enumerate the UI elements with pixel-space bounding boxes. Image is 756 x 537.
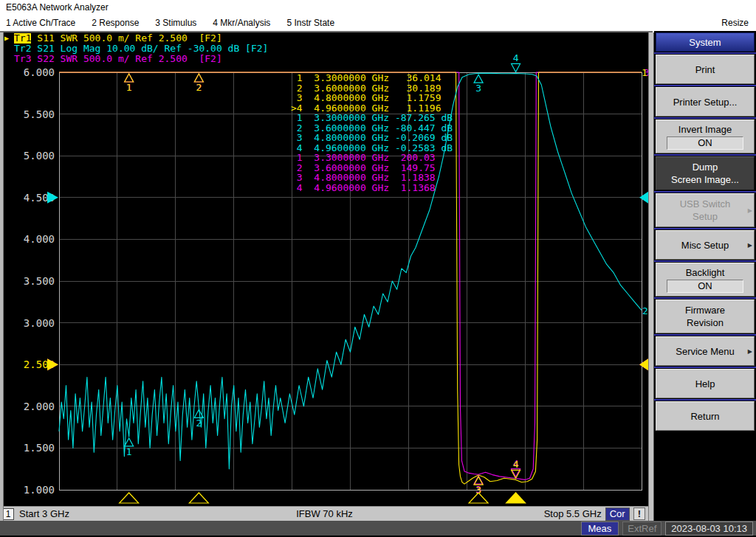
screen-bezel-left bbox=[0, 32, 4, 521]
stimulus-marker bbox=[469, 493, 488, 503]
y-axis-tick-label: 6.000 bbox=[24, 66, 55, 78]
marker-number: 4 bbox=[513, 459, 519, 470]
channel-number-badge: 1 bbox=[2, 508, 14, 520]
trace-legend: ▶Tr1 S11 SWR 500.0 m/ Ref 2.500 [F2]Tr2 … bbox=[4, 33, 268, 64]
y-axis-tick-label: 5.000 bbox=[24, 150, 55, 162]
channel-status-bar: 1 Start 3 GHz IFBW 70 kHz Stop 5.5 GHz C… bbox=[0, 506, 649, 521]
softkey-print[interactable]: Print bbox=[656, 55, 755, 84]
y-axis-tick-label: 4.500 bbox=[24, 192, 55, 204]
softkey-usb-switch-setup: USB SwitchSetup▶ bbox=[656, 193, 755, 227]
trace-legend-row-tr1[interactable]: ▶Tr1 S11 SWR 500.0 m/ Ref 2.500 [F2] bbox=[4, 33, 268, 44]
marker-readout-tr2-m3: 3 4.8000000 GHz -0.2069 dB bbox=[291, 133, 453, 143]
y-axis-tick-label: 4.000 bbox=[24, 233, 55, 245]
marker-readout-tr1-m4: >4 4.9600000 GHz 1.1196 bbox=[291, 103, 453, 114]
screen-bezel-top bbox=[0, 31, 653, 32]
marker-readout-tr3-m3: 3 4.8000000 GHz 1.1838 bbox=[291, 173, 453, 183]
marker-number: 3 bbox=[475, 485, 481, 496]
softkey-label: Revision bbox=[687, 316, 724, 329]
softkey-backlight[interactable]: BacklightON bbox=[656, 263, 755, 297]
marker-glyph bbox=[474, 476, 483, 484]
marker-glyph bbox=[194, 74, 203, 82]
trace-format-text: S22 SWR 500.0 m/ Ref 2.500 [F2] bbox=[31, 54, 221, 64]
trace-format-text: S21 Log Mag 10.00 dB/ Ref -30.00 dB [F2] bbox=[31, 44, 268, 54]
resize-button[interactable]: Resize bbox=[721, 18, 749, 28]
marker-number: 2 bbox=[196, 82, 202, 93]
measurement-status-badge: Meas bbox=[581, 522, 619, 536]
marker-glyph bbox=[474, 75, 483, 83]
marker-glyph bbox=[474, 477, 483, 485]
menu-item-2-response[interactable]: 2 Response bbox=[92, 18, 139, 28]
softkey-label: Firmware bbox=[685, 304, 725, 316]
marker-number: 1 bbox=[126, 82, 132, 93]
instrument-status-bar: Meas ExtRef 2023-08-03 10:13 bbox=[0, 521, 756, 537]
ref-level-triangle-right bbox=[639, 358, 648, 370]
marker-readout-tr1-m3: 3 4.8000000 GHz 1.1759 bbox=[291, 93, 453, 103]
trace-id: Tr3 bbox=[14, 54, 31, 64]
softkey-firmware-revision[interactable]: FirmwareRevision bbox=[656, 299, 755, 333]
softkey-label: Service Menu bbox=[676, 345, 734, 358]
softkey-state-value: ON bbox=[667, 280, 743, 293]
active-trace-arrow-icon: ▶ bbox=[4, 33, 14, 44]
marker-number: 4 bbox=[513, 52, 519, 63]
marker-readout-tr1-m2: 2 3.6000000 GHz 30.189 bbox=[291, 83, 453, 94]
marker-glyph-active bbox=[512, 63, 520, 72]
softkey-menu: SystemPrintPrinter Setup...Invert ImageO… bbox=[654, 31, 756, 521]
marker-number: 3 bbox=[475, 83, 481, 94]
menu-item-3-stimulus[interactable]: 3 Stimulus bbox=[155, 18, 196, 28]
submenu-arrow-icon: ▶ bbox=[748, 239, 752, 252]
channel-bar-right-group: Stop 5.5 GHz Cor ! bbox=[544, 507, 645, 521]
ifbw-label[interactable]: IFBW 70 kHz bbox=[296, 508, 353, 519]
marker-number: 2 bbox=[196, 418, 202, 429]
ref-level-triangle-left bbox=[47, 358, 58, 370]
stop-frequency-label[interactable]: Stop 5.5 GHz bbox=[544, 508, 602, 519]
y-axis-tick-label: 1.500 bbox=[24, 442, 55, 454]
menu-item-5-instr-state[interactable]: 5 Instr State bbox=[286, 18, 334, 28]
marker-readout-tr3-m4: 4 4.9600000 GHz 1.1368 bbox=[291, 183, 453, 193]
softkey-service-menu[interactable]: Service Menu▶ bbox=[656, 336, 755, 366]
softkey-return[interactable]: Return bbox=[656, 401, 755, 431]
softkey-label: Setup bbox=[693, 210, 718, 223]
marker-readout-tr2-m2: 2 3.6000000 GHz -80.447 dB bbox=[291, 123, 453, 134]
trace-format-text: S11 SWR 500.0 m/ Ref 2.500 [F2] bbox=[31, 33, 221, 44]
softkey-invert-image[interactable]: Invert ImageON bbox=[656, 119, 755, 153]
softkey-printer-setup[interactable]: Printer Setup... bbox=[656, 87, 755, 117]
y-axis-tick-label: 3.000 bbox=[24, 317, 55, 329]
stimulus-marker bbox=[120, 493, 139, 503]
softkey-label: Help bbox=[695, 378, 715, 390]
trace-id: Tr2 bbox=[14, 44, 31, 54]
softkey-label: Screen Image... bbox=[671, 173, 739, 186]
softkey-label: Backlight bbox=[686, 266, 725, 279]
softkey-dump-screen-image[interactable]: DumpScreen Image... bbox=[656, 156, 755, 190]
marker-glyph-active bbox=[512, 470, 520, 478]
window-title: E5063A Network Analyzer bbox=[6, 2, 109, 13]
trace-end-number: 1 bbox=[642, 67, 647, 78]
menu-item-1-active-ch-trace[interactable]: 1 Active Ch/Trace bbox=[6, 18, 75, 28]
ref-level-triangle-left bbox=[47, 192, 58, 204]
marker-number: 3 bbox=[475, 484, 481, 495]
datetime-display: 2023-08-03 10:13 bbox=[665, 522, 753, 536]
softkey-label: System bbox=[689, 36, 721, 49]
softkey-help[interactable]: Help bbox=[656, 369, 755, 398]
analyzer-screen: 6.0005.5005.0004.5004.0003.5003.0002.500… bbox=[0, 31, 653, 521]
softkey-label: Misc Setup bbox=[681, 239, 729, 252]
start-frequency-label[interactable]: Start 3 GHz bbox=[19, 508, 69, 519]
trace-legend-row-tr3[interactable]: Tr3 S22 SWR 500.0 m/ Ref 2.500 [F2] bbox=[4, 54, 268, 64]
marker-readout-tr3-m1: 1 3.3000000 GHz 200.03 bbox=[291, 153, 453, 163]
title-bar: E5063A Network Analyzer bbox=[0, 0, 756, 15]
screen-bezel-right bbox=[648, 32, 654, 521]
application-window: E5063A Network Analyzer 1 Active Ch/Trac… bbox=[0, 0, 756, 537]
marker-readout-tr1-m1: 1 3.3000000 GHz 36.014 bbox=[291, 73, 453, 83]
active-trace-arrow-icon bbox=[4, 54, 14, 64]
softkey-misc-setup[interactable]: Misc Setup▶ bbox=[656, 230, 755, 260]
softkey-label: USB Switch bbox=[680, 198, 731, 210]
marker-glyph-active bbox=[512, 469, 520, 477]
marker-number: 4 bbox=[513, 458, 519, 469]
correction-badge: Cor bbox=[605, 507, 630, 521]
trace-legend-row-tr2[interactable]: Tr2 S21 Log Mag 10.00 dB/ Ref -30.00 dB … bbox=[4, 44, 268, 54]
menu-bar-items: 1 Active Ch/Trace2 Response3 Stimulus4 M… bbox=[6, 18, 334, 28]
extref-status-badge: ExtRef bbox=[622, 522, 662, 536]
stimulus-marker bbox=[189, 493, 208, 503]
y-axis-tick-label: 5.500 bbox=[24, 108, 55, 120]
ref-level-triangle-right bbox=[639, 358, 648, 370]
menu-item-4-mkr-analysis[interactable]: 4 Mkr/Analysis bbox=[213, 18, 270, 28]
